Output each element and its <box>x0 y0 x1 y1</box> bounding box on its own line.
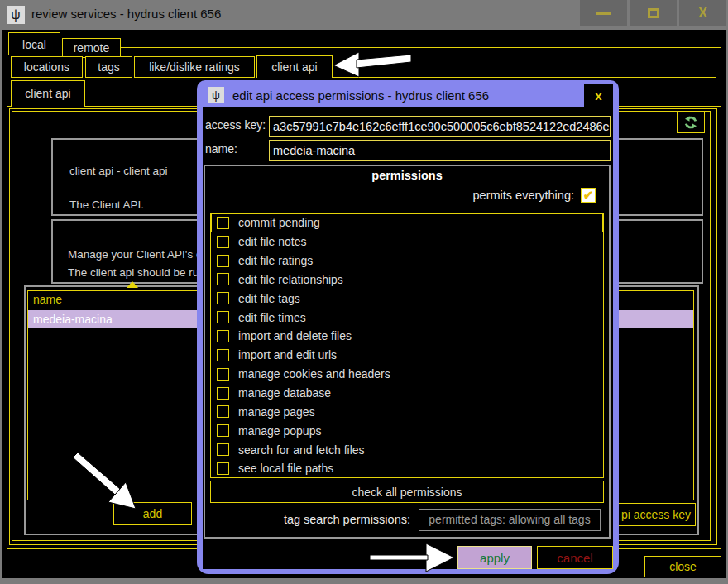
permission-row[interactable]: manage cookies and headers <box>211 365 603 384</box>
permission-row[interactable]: see local file paths <box>211 459 603 478</box>
permission-checkbox[interactable] <box>217 443 229 456</box>
review-services-window: ψ review services - hydrus client 656 X … <box>0 0 728 584</box>
permissions-list: commit pendingedit file notesedit file r… <box>210 213 604 478</box>
permissions-group: permissions permits everything: ✔ commit… <box>204 165 611 539</box>
name-label: name: <box>205 142 237 156</box>
tab-tags[interactable]: tags <box>85 56 132 78</box>
tab-pane-line-2 <box>333 77 716 78</box>
permission-row[interactable]: manage popups <box>211 421 603 440</box>
hydrus-psi-icon: ψ <box>7 6 25 24</box>
tag-search-row: tag search permissions: permitted tags: … <box>205 508 609 531</box>
hydrus-psi-icon: ψ <box>208 87 224 103</box>
permission-checkbox[interactable] <box>217 424 229 437</box>
refresh-icon <box>682 114 700 131</box>
checkmark-icon: ✔ <box>583 188 594 203</box>
permits-everything-checkbox[interactable]: ✔ <box>581 188 596 203</box>
tab-pane-line-1 <box>121 47 721 48</box>
permission-row[interactable]: search for and fetch files <box>211 440 603 459</box>
permission-label: import and edit urls <box>238 348 337 361</box>
permissions-group-title: permissions <box>205 169 609 182</box>
service-info-description: The Client API. <box>69 199 144 211</box>
tab-client-api[interactable]: client api <box>256 55 333 78</box>
permission-row[interactable]: manage database <box>211 384 603 403</box>
permission-checkbox[interactable] <box>217 387 229 400</box>
permission-label: edit file ratings <box>238 254 313 267</box>
permission-label: see local file paths <box>238 462 333 475</box>
permission-checkbox[interactable] <box>217 462 229 475</box>
permission-label: edit file relationships <box>238 273 343 286</box>
permission-checkbox[interactable] <box>217 349 229 361</box>
maximize-button[interactable] <box>630 0 677 26</box>
permission-label: edit file times <box>238 311 306 324</box>
close-button[interactable]: close <box>644 556 721 577</box>
close-icon: x <box>595 89 601 103</box>
tab-local[interactable]: local <box>8 32 60 55</box>
check-all-permissions-button[interactable]: check all permissions <box>210 481 604 503</box>
window-frame-bottom <box>0 578 728 584</box>
service-info-title: client api - client api <box>69 165 168 177</box>
permission-row[interactable]: edit file ratings <box>211 251 603 270</box>
permission-row[interactable]: import and edit urls <box>211 346 603 365</box>
permits-everything-label: permits everything: <box>473 189 575 202</box>
permission-checkbox[interactable] <box>217 255 229 267</box>
permission-label: edit file tags <box>238 292 300 305</box>
permission-label: commit pending <box>238 216 320 229</box>
add-button[interactable]: add <box>113 502 192 525</box>
dialog-titlebar[interactable]: ψ edit api access permissions - hydrus c… <box>203 84 613 107</box>
permission-label: manage pages <box>238 405 315 419</box>
permission-row[interactable]: commit pending <box>211 213 603 232</box>
window-controls: X <box>580 0 726 26</box>
minimize-button[interactable] <box>580 0 627 26</box>
window-title: review services - hydrus client 656 <box>31 7 221 21</box>
tab-remote[interactable]: remote <box>62 38 121 58</box>
permission-row[interactable]: edit file notes <box>211 232 603 251</box>
edit-api-permissions-dialog: ψ edit api access permissions - hydrus c… <box>197 80 619 574</box>
permission-label: search for and fetch files <box>238 443 365 457</box>
permission-checkbox[interactable] <box>217 236 229 248</box>
permission-checkbox[interactable] <box>217 368 229 381</box>
permission-checkbox[interactable] <box>217 311 229 323</box>
permission-checkbox[interactable] <box>217 292 229 304</box>
window-frame-left <box>0 30 2 578</box>
access-key-input[interactable]: a3c57991e7b4e162c6efff1ce90c500005c6ebf8… <box>269 116 611 137</box>
permission-row[interactable]: import and delete files <box>211 327 603 346</box>
permission-row[interactable]: edit file relationships <box>211 270 603 290</box>
permits-everything-row: permits everything: ✔ <box>473 188 596 203</box>
minimize-icon <box>596 12 611 15</box>
dialog-body: access key: a3c57991e7b4e162c6efff1ce90c… <box>203 107 613 569</box>
permission-label: import and delete files <box>238 329 352 342</box>
permission-row[interactable]: manage pages <box>211 402 603 421</box>
permission-checkbox[interactable] <box>217 217 229 229</box>
tag-search-permissions-label: tag search permissions: <box>284 513 410 526</box>
permission-label: manage popups <box>238 424 321 438</box>
permission-row[interactable]: edit file times <box>211 308 603 327</box>
close-icon: X <box>698 7 707 20</box>
permission-label: manage database <box>238 386 331 400</box>
access-key-label: access key: <box>205 118 266 132</box>
dialog-close-button[interactable]: x <box>584 84 613 107</box>
refresh-button[interactable] <box>677 112 705 133</box>
name-input[interactable]: medeia-macina <box>269 140 611 161</box>
close-window-button[interactable]: X <box>679 0 726 26</box>
window-titlebar[interactable]: ψ review services - hydrus client 656 X <box>0 0 728 30</box>
cancel-button[interactable]: cancel <box>537 546 613 569</box>
permission-checkbox[interactable] <box>217 405 229 418</box>
permission-checkbox[interactable] <box>217 273 229 285</box>
tab-client-api-page[interactable]: client api <box>11 80 85 106</box>
tab-like-dislike-ratings[interactable]: like/dislike ratings <box>134 56 255 78</box>
permission-row[interactable]: edit file tags <box>211 289 603 308</box>
dialog-title: edit api access permissions - hydrus cli… <box>232 89 489 103</box>
maximize-icon <box>648 8 659 18</box>
permission-label: manage cookies and headers <box>238 367 390 381</box>
apply-button[interactable]: apply <box>457 546 532 569</box>
tab-locations[interactable]: locations <box>11 56 83 78</box>
sort-ascending-icon <box>127 281 138 288</box>
permission-label: edit file notes <box>238 235 307 248</box>
tag-search-permissions-button[interactable]: permitted tags: allowing all tags <box>419 509 601 531</box>
permission-checkbox[interactable] <box>217 330 229 342</box>
